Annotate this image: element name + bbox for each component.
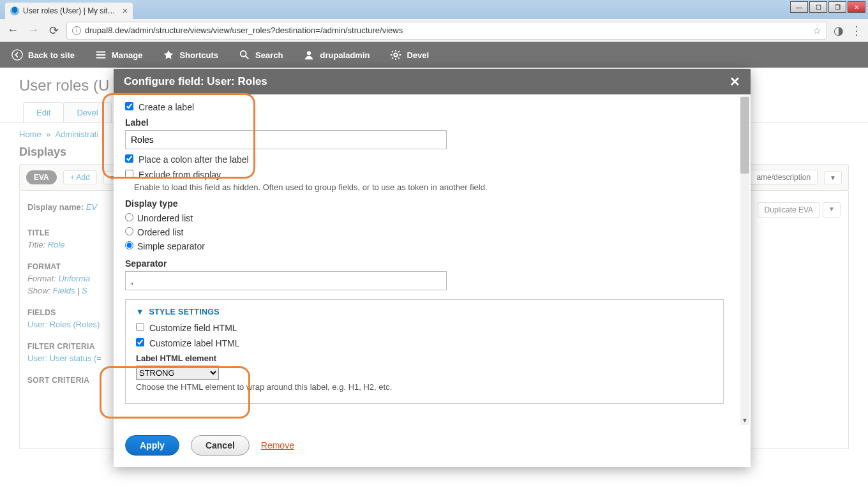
back-to-site-link[interactable]: Back to site (3, 42, 84, 68)
duplicate-button[interactable]: Duplicate EVA (758, 202, 820, 218)
customize-field-html-label: Customize field HTML (149, 323, 237, 333)
modal-scrollbar[interactable]: ▲ ▼ (740, 96, 749, 425)
manage-label: Manage (112, 50, 142, 60)
svg-point-1 (241, 51, 246, 57)
style-settings-label: STYLE SETTINGS (149, 308, 219, 316)
show-settings[interactable]: S (82, 286, 87, 295)
user-link[interactable]: drupaladmin (294, 42, 378, 68)
display-eva-badge[interactable]: EVA (26, 170, 57, 184)
show-value[interactable]: Fields (53, 286, 75, 295)
separator-input[interactable] (125, 271, 447, 290)
maximize-button[interactable]: ☐ (809, 1, 827, 13)
search-icon (239, 49, 250, 61)
tab-edit[interactable]: Edit (23, 102, 64, 122)
show-sep: | (77, 286, 79, 295)
display-type-ss-radio[interactable] (125, 241, 133, 249)
display-type-ol-label: Ordered list (137, 227, 183, 237)
customize-field-html-checkbox[interactable] (136, 323, 144, 331)
browser-menu-icon[interactable]: ⋮ (850, 24, 863, 37)
configure-field-modal: Configure field: User: Roles ✕ Create a … (114, 69, 751, 467)
display-type-heading: Display type (125, 198, 739, 209)
tab-title: User roles (User) | My sit… (23, 6, 119, 15)
label-html-element-select[interactable]: STRONG (136, 366, 219, 380)
shortcuts-link[interactable]: Shortcuts (154, 42, 227, 68)
cancel-button[interactable]: Cancel (191, 435, 250, 456)
display-type-ss-label: Simple separator (137, 241, 205, 251)
format-label: Format: (27, 274, 56, 283)
add-display-button[interactable]: + Add (63, 170, 97, 184)
triangle-down-icon: ▼ (136, 308, 144, 316)
edit-name-desc-button[interactable]: ame/description (749, 170, 818, 185)
address-bar[interactable]: i drupal8.dev/admin/structure/views/view… (66, 22, 827, 40)
forward-button: → (26, 23, 41, 38)
back-button[interactable]: ← (5, 23, 20, 38)
bookmark-star-icon[interactable]: ☆ (813, 26, 821, 36)
title-label: Title: (27, 240, 45, 249)
drupal-favicon (10, 6, 19, 15)
svg-point-2 (307, 51, 311, 55)
breadcrumb-admin[interactable]: Administrati (55, 130, 98, 139)
separator-label: Separator (125, 258, 739, 269)
close-tab-icon[interactable]: × (123, 6, 128, 16)
browser-tab[interactable]: User roles (User) | My sit… × (5, 3, 133, 19)
close-window-button[interactable]: ✕ (848, 1, 865, 13)
label-input[interactable] (125, 130, 447, 149)
manage-link[interactable]: Manage (86, 42, 151, 68)
exclude-label: Exclude from display (138, 170, 221, 180)
display-name-value[interactable]: EV (86, 202, 97, 212)
svg-point-0 (12, 50, 22, 60)
devel-label: Devel (407, 50, 429, 60)
label-html-element-heading: Label HTML element (136, 353, 713, 363)
colon-checkbox[interactable] (125, 154, 133, 163)
format-value[interactable]: Unforma (58, 274, 90, 283)
tab-devel[interactable]: Devel (63, 102, 111, 122)
customize-label-html-label: Customize label HTML (149, 338, 240, 348)
drupal-admin-toolbar: Back to site Manage Shortcuts Search dru… (0, 42, 868, 68)
hamburger-icon (95, 49, 107, 61)
create-label-checkbox[interactable] (125, 102, 133, 110)
site-info-icon[interactable]: i (72, 26, 81, 35)
label-html-element-help: Choose the HTML element to wrap around t… (136, 380, 713, 393)
edit-name-caret[interactable]: ▼ (824, 171, 842, 184)
modal-body: Create a label Label Place a colon after… (114, 94, 751, 426)
star-icon (163, 49, 174, 61)
remove-link[interactable]: Remove (261, 440, 294, 450)
exclude-help: Enable to load this field as hidden. Oft… (125, 180, 739, 193)
style-settings-details: ▼ STYLE SETTINGS Customize field HTML Cu… (125, 299, 724, 404)
scroll-thumb[interactable] (740, 97, 749, 174)
breadcrumb-home[interactable]: Home (19, 130, 41, 139)
duplicate-caret[interactable]: ▼ (823, 202, 841, 218)
window-controls: — ☐ ❐ ✕ (790, 1, 865, 13)
title-value[interactable]: Role (48, 240, 65, 249)
search-link[interactable]: Search (230, 42, 292, 68)
colon-label: Place a colon after the label (138, 154, 249, 165)
modal-close-button[interactable]: ✕ (730, 74, 740, 89)
display-name-label: Display name: (27, 202, 84, 212)
gear-icon (390, 49, 401, 61)
scroll-down-icon[interactable]: ▼ (740, 416, 749, 425)
svg-point-3 (394, 53, 398, 56)
exclude-checkbox[interactable] (125, 170, 133, 178)
browser-tab-strip: User roles (User) | My sit… × — ☐ ❐ ✕ (0, 0, 868, 19)
apply-button[interactable]: Apply (125, 435, 179, 456)
create-label-text: Create a label (138, 102, 194, 112)
reload-button[interactable]: ⟳ (46, 23, 61, 38)
style-settings-summary[interactable]: ▼ STYLE SETTINGS (136, 308, 713, 316)
modal-footer: Apply Cancel Remove (114, 426, 751, 467)
label-field-label: Label (125, 117, 739, 128)
search-label: Search (255, 50, 283, 60)
maximize2-button[interactable]: ❐ (828, 1, 846, 13)
back-arrow-icon (11, 49, 23, 61)
user-icon (303, 49, 315, 61)
minimize-button[interactable]: — (790, 1, 808, 13)
back-to-site-label: Back to site (28, 50, 75, 60)
display-type-ol-radio[interactable] (125, 227, 133, 235)
display-type-ul-radio[interactable] (125, 213, 133, 221)
browser-extras-icon[interactable]: ◑ (832, 24, 845, 37)
modal-header: Configure field: User: Roles ✕ (114, 69, 751, 94)
modal-title: Configure field: User: Roles (124, 75, 267, 88)
display-type-ul-label: Unordered list (137, 213, 193, 223)
customize-label-html-checkbox[interactable] (136, 338, 144, 346)
devel-link[interactable]: Devel (381, 42, 438, 68)
show-label: Show: (27, 286, 50, 295)
